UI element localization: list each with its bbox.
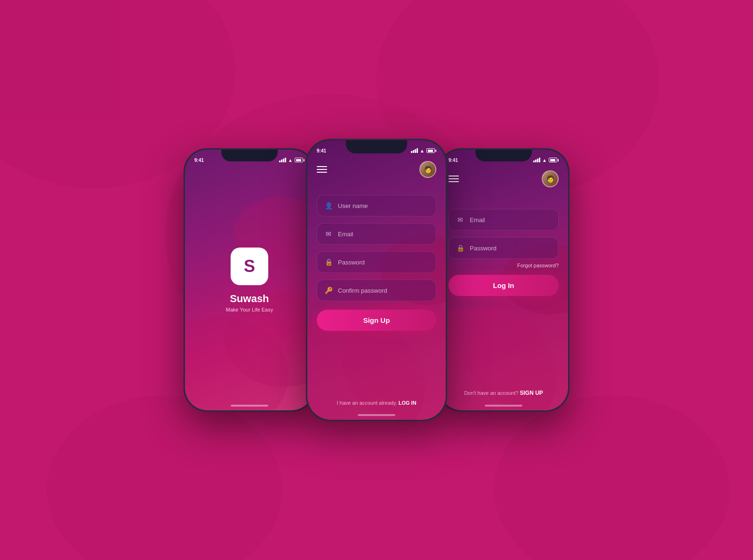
- user-icon: 👤: [325, 202, 332, 209]
- no-account-label: Don't have an account?: [464, 390, 518, 396]
- signup-screen: 9:41 ▲: [307, 140, 446, 420]
- login-form: ✉ Email 🔒 Password Forgot password? Log …: [439, 195, 568, 390]
- screen-left: 9:41 ▲: [185, 150, 314, 410]
- username-field[interactable]: 👤 User name: [317, 195, 436, 216]
- password-field-right[interactable]: 🔒 Password: [449, 237, 559, 259]
- signal-icon-left: [279, 158, 286, 162]
- email-label-right: Email: [470, 216, 485, 224]
- have-account-label: I have an account already.: [336, 400, 397, 406]
- email-field-center[interactable]: ✉ Email: [317, 223, 436, 245]
- password-label-right: Password: [470, 245, 497, 252]
- app-icon: S: [231, 248, 268, 285]
- notch-right: [475, 150, 532, 161]
- home-indicator-center: [358, 414, 395, 416]
- no-account-text: Don't have an account? SIGN UP: [439, 390, 568, 410]
- email-field-right[interactable]: ✉ Email: [449, 209, 559, 231]
- avatar-right[interactable]: 🧑: [542, 170, 559, 187]
- status-icons-center: ▲: [411, 148, 436, 153]
- email-label-center: Email: [338, 231, 353, 238]
- phones-container: 9:41 ▲: [184, 139, 569, 421]
- splash-background: 9:41 ▲: [185, 150, 314, 410]
- phone-left: 9:41 ▲: [184, 148, 315, 412]
- wifi-icon-right: ▲: [542, 158, 547, 163]
- forgot-password[interactable]: Forgot password?: [449, 263, 559, 268]
- app-name: Suwash: [230, 293, 269, 305]
- signal-icon-center: [411, 148, 418, 153]
- login-button[interactable]: Log In: [449, 275, 559, 296]
- email-icon-right: ✉: [457, 216, 464, 224]
- phone-right: 9:41 ▲: [438, 148, 569, 412]
- confirm-lock-icon: 🔑: [325, 287, 332, 294]
- battery-icon-center: [426, 148, 436, 153]
- time-left: 9:41: [194, 158, 204, 163]
- screen-right: 9:41 ▲: [439, 150, 568, 410]
- signup-form: 👤 User name ✉ Email 🔒 Password 🔑 Confirm…: [307, 185, 446, 400]
- home-indicator-left: [231, 405, 268, 407]
- avatar-center[interactable]: 🧑: [419, 161, 436, 178]
- time-center: 9:41: [317, 148, 326, 153]
- app-tagline: Make Your Life Easy: [226, 307, 273, 312]
- status-icons-right: ▲: [533, 158, 559, 163]
- confirm-password-label: Confirm password: [338, 287, 387, 294]
- confirm-password-field[interactable]: 🔑 Confirm password: [317, 280, 436, 301]
- email-icon-center: ✉: [325, 230, 332, 238]
- battery-icon-left: [295, 158, 304, 162]
- phone-center: 9:41 ▲: [306, 139, 447, 421]
- lock-icon-center: 🔒: [325, 258, 332, 266]
- login-link[interactable]: LOG IN: [399, 400, 417, 406]
- signup-button[interactable]: Sign Up: [317, 310, 436, 331]
- signal-icon-right: [533, 158, 540, 162]
- login-screen: 9:41 ▲: [439, 150, 568, 410]
- lock-icon-right: 🔒: [457, 244, 464, 252]
- notch-left: [221, 150, 278, 161]
- home-indicator-right: [485, 405, 522, 407]
- time-right: 9:41: [449, 158, 458, 163]
- menu-icon-center[interactable]: [317, 166, 327, 173]
- app-icon-letter: S: [244, 256, 255, 276]
- signup-link[interactable]: SIGN UP: [520, 390, 543, 396]
- wifi-icon-left: ▲: [288, 158, 293, 163]
- password-field-center[interactable]: 🔒 Password: [317, 251, 436, 273]
- username-label: User name: [338, 202, 368, 209]
- battery-icon-right: [549, 158, 559, 162]
- status-icons-left: ▲: [279, 158, 304, 163]
- password-label-center: Password: [338, 259, 365, 266]
- wifi-icon-center: ▲: [420, 148, 425, 153]
- menu-icon-right[interactable]: [449, 176, 459, 182]
- have-account-text: I have an account already. LOG IN: [307, 400, 446, 420]
- screen-center: 9:41 ▲: [307, 140, 446, 420]
- notch-center: [346, 140, 407, 153]
